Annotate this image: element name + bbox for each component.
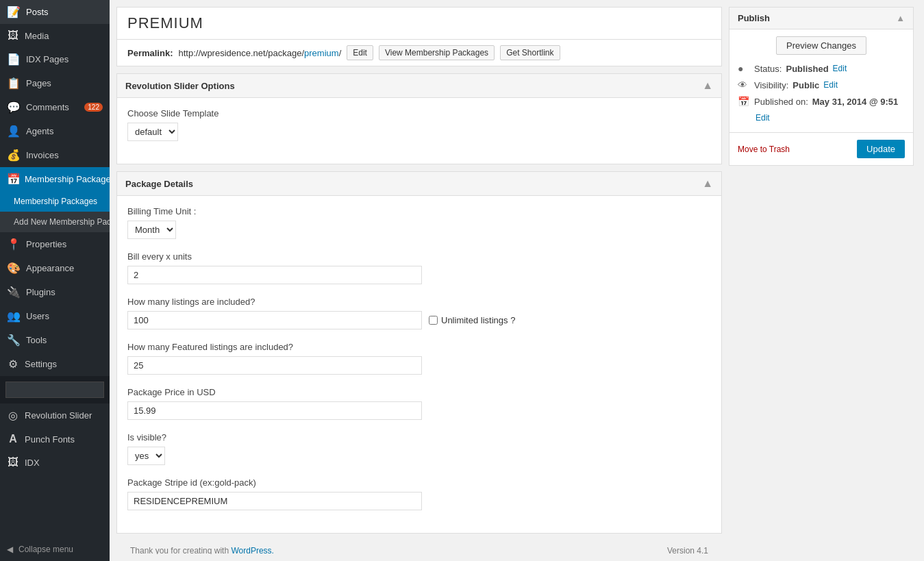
submenu-add-new-label: Add New Membership Package (14, 217, 110, 227)
sidebar-search-input[interactable] (5, 382, 104, 398)
status-meta: ● Status: Published Edit (738, 63, 905, 74)
revolution-slider-icon: ◎ (7, 409, 19, 422)
sidebar-item-tools-label: Tools (26, 335, 47, 345)
collapse-arrow-icon: ◀ (7, 545, 13, 554)
revolution-slider-header[interactable]: Revolution Slider Options ▲ (117, 74, 721, 98)
sidebar-item-punch-fonts-label: Punch Fonts (25, 434, 75, 445)
choose-template-select[interactable]: default (127, 123, 178, 141)
status-edit-link[interactable]: Edit (833, 64, 847, 73)
sidebar-item-revolution-slider[interactable]: ◎ Revolution Slider (0, 403, 110, 427)
page-title-input[interactable] (127, 14, 711, 32)
get-shortlink-button[interactable]: Get Shortlink (500, 45, 560, 60)
sidebar-item-comments[interactable]: 💬 Comments 122 (0, 95, 110, 119)
sidebar-item-appearance-label: Appearance (26, 263, 74, 273)
package-details-header[interactable]: Package Details ▲ (117, 172, 721, 196)
sidebar-item-users-label: Users (26, 311, 49, 321)
permalink-edit-button[interactable]: Edit (347, 45, 373, 60)
permalink-suffix: / (339, 48, 342, 58)
wordpress-link[interactable]: WordPress. (231, 546, 273, 554)
footer-version: Version 4.1 (667, 546, 708, 554)
stripe-id-input[interactable] (127, 492, 422, 510)
sidebar-item-appearance[interactable]: 🎨 Appearance (0, 256, 110, 280)
media-icon: 🖼 (7, 29, 19, 42)
preview-changes-button[interactable]: Preview Changes (776, 36, 866, 55)
package-details-body: Billing Time Unit : Month Year Day Bill … (117, 196, 721, 533)
update-button[interactable]: Update (857, 140, 905, 158)
publish-body: Preview Changes ● Status: Published Edit… (729, 29, 913, 132)
pages-icon: 📋 (7, 77, 21, 90)
sidebar-item-media-label: Media (25, 31, 49, 41)
plugins-icon: 🔌 (7, 286, 21, 299)
sidebar-item-idx-pages-label: IDX Pages (26, 54, 68, 64)
sidebar-item-revolution-label: Revolution Slider (25, 410, 92, 421)
properties-icon: 📍 (7, 238, 21, 251)
sidebar-item-idx-pages[interactable]: 📄 IDX Pages (0, 47, 110, 71)
sidebar-item-punch-fonts[interactable]: A Punch Fonts (0, 427, 110, 451)
sidebar-item-plugins[interactable]: 🔌 Plugins (0, 280, 110, 304)
sidebar-item-users[interactable]: 👥 Users (0, 304, 110, 328)
billing-time-unit-select[interactable]: Month Year Day (127, 221, 176, 239)
choose-template-group: Choose Slide Template default (127, 108, 711, 141)
sidebar-item-invoices[interactable]: 💰 Invoices (0, 143, 110, 167)
visibility-edit-link[interactable]: Edit (823, 80, 838, 90)
featured-listings-input[interactable] (127, 356, 422, 375)
permalink-slug[interactable]: premium (304, 48, 339, 58)
stripe-id-label: Package Stripe id (ex:gold-pack) (127, 477, 711, 488)
sidebar-item-pages-label: Pages (26, 78, 51, 88)
published-on-value: May 31, 2014 @ 9:51 (812, 97, 898, 107)
featured-listings-group: How many Featured listings are included? (127, 342, 711, 375)
unlimited-listings-checkbox[interactable] (429, 316, 438, 325)
submenu-add-new-membership[interactable]: Add New Membership Package (0, 212, 110, 232)
appearance-icon: 🎨 (7, 262, 21, 275)
move-to-trash-link[interactable]: Move to Trash (738, 145, 790, 154)
billing-time-unit-label: Billing Time Unit : (127, 206, 711, 216)
how-many-listings-group: How many listings are included? Unlimite… (127, 297, 711, 329)
permalink-label: Permalink: (127, 48, 173, 58)
published-on-meta: 📅 Published on: May 31, 2014 @ 9:51 (738, 96, 905, 107)
sidebar-item-idx[interactable]: 🖼 IDX (0, 451, 110, 474)
publish-box: Publish ▲ Preview Changes ● Status: Publ… (729, 7, 914, 166)
sidebar-item-membership-label: Membership Packages (25, 174, 110, 184)
sidebar-item-agents-label: Agents (26, 126, 53, 136)
bill-every-label: Bill every x units (127, 251, 711, 262)
bill-every-input[interactable] (127, 266, 422, 284)
sidebar-item-posts-label: Posts (26, 7, 49, 17)
sidebar-item-membership-packages[interactable]: 📅 Membership Packages (0, 167, 110, 191)
collapse-menu-label: Collapse menu (18, 545, 73, 554)
how-many-listings-input[interactable] (127, 311, 422, 329)
package-details-toggle-icon: ▲ (702, 177, 713, 190)
sidebar-item-tools[interactable]: 🔧 Tools (0, 328, 110, 352)
collapse-menu-button[interactable]: ◀ Collapse menu (0, 538, 110, 561)
page-title-row (116, 7, 722, 40)
is-visible-select[interactable]: yes no (127, 447, 165, 465)
featured-listings-label: How many Featured listings are included? (127, 342, 711, 352)
permalink-prefix: http://wpresidence.net/package/ (178, 48, 304, 58)
submenu-membership-list[interactable]: Membership Packages (0, 191, 110, 212)
footer-thank-you: Thank you for creating with WordPress. (130, 546, 274, 554)
sidebar-item-settings[interactable]: ⚙ Settings (0, 352, 110, 376)
status-icon: ● (738, 63, 750, 74)
sidebar-item-posts[interactable]: 📝 Posts (0, 0, 110, 24)
revolution-slider-section: Revolution Slider Options ▲ Choose Slide… (116, 73, 722, 164)
publish-collapse-icon: ▲ (896, 13, 905, 23)
comments-badge: 122 (84, 103, 103, 112)
revolution-slider-toggle-icon: ▲ (702, 79, 713, 92)
publish-footer: Move to Trash Update (729, 132, 913, 165)
sidebar-item-pages[interactable]: 📋 Pages (0, 71, 110, 95)
publish-title: Publish (738, 13, 770, 23)
sidebar-item-media[interactable]: 🖼 Media (0, 24, 110, 47)
unlimited-listings-label: Unlimited listings ? (429, 315, 515, 325)
sidebar-item-properties[interactable]: 📍 Properties (0, 232, 110, 256)
package-price-input[interactable] (127, 401, 422, 420)
view-membership-packages-button[interactable]: View Membership Packages (379, 45, 495, 60)
is-visible-group: Is visible? yes no (127, 432, 711, 465)
how-many-listings-label: How many listings are included? (127, 297, 711, 307)
sidebar-item-agents[interactable]: 👤 Agents (0, 119, 110, 143)
sidebar-item-settings-label: Settings (25, 359, 57, 369)
sidebar-item-plugins-label: Plugins (26, 287, 55, 297)
publish-header: Publish ▲ (729, 8, 913, 29)
choose-template-label: Choose Slide Template (127, 108, 711, 119)
sidebar-item-idx-label: IDX (25, 458, 40, 468)
published-on-edit-link[interactable]: Edit (756, 113, 770, 123)
package-details-section: Package Details ▲ Billing Time Unit : Mo… (116, 171, 722, 534)
